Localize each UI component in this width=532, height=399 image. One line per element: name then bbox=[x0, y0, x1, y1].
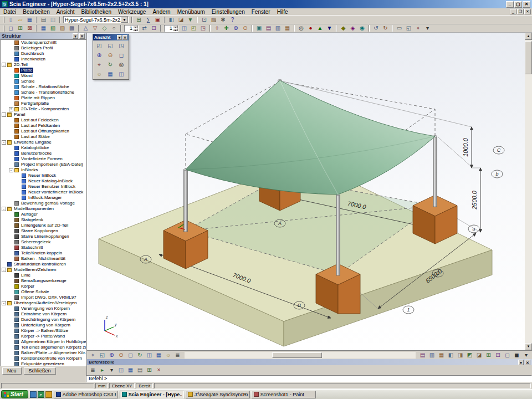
tree-item[interactable]: Benutzerblöcke bbox=[1, 151, 86, 156]
menu-item[interactable]: Fenster bbox=[248, 8, 274, 16]
toolbar-icon[interactable]: ▦ bbox=[39, 24, 48, 32]
tree-item[interactable]: Starre Linienkopplungen bbox=[1, 234, 86, 239]
menu-item[interactable]: Einstellungen bbox=[208, 8, 248, 16]
print-preview-icon[interactable]: ◫ bbox=[48, 16, 58, 24]
minus-box-icon[interactable]: ⊟ bbox=[493, 351, 503, 359]
toolbar-icon[interactable]: ▲ bbox=[315, 24, 325, 32]
toolbar-icon[interactable]: ⊠ bbox=[25, 24, 34, 32]
filter-icon[interactable]: ▼ bbox=[186, 16, 195, 24]
tree-item[interactable]: Import DWG, DXF, VRML97 bbox=[1, 295, 86, 300]
tree-item[interactable]: Schale - Rotationsfläche bbox=[1, 84, 86, 90]
tree-item[interactable]: -Modellieren/Zeichnen bbox=[1, 267, 86, 273]
view-axo-icon[interactable]: ◳ bbox=[116, 41, 127, 50]
zoom-window-icon[interactable]: ◻ bbox=[116, 50, 127, 60]
ansicht-palette[interactable]: Ansicht ▾ ✕ ◰◱◳⊕⊖◻⌖↻◎☼▦◫ bbox=[93, 34, 129, 80]
taskbar-task[interactable]: J:\Seagate Sync\SyncRe... bbox=[186, 391, 250, 398]
tree-item[interactable]: Auflager bbox=[1, 212, 86, 217]
cmd-list-icon[interactable]: ≣ bbox=[88, 366, 98, 374]
layer-stepper[interactable]: 1▲▼ bbox=[164, 25, 178, 32]
save-icon[interactable]: ▦ bbox=[25, 16, 34, 24]
quicklaunch-desktop-icon[interactable] bbox=[30, 391, 37, 398]
tree-item[interactable]: Bemaßungswerkzeuge bbox=[1, 278, 86, 284]
calculator-icon[interactable]: ⊞ bbox=[134, 16, 144, 24]
toolbar-icon[interactable]: ◻ bbox=[6, 24, 16, 32]
tree-item[interactable]: -Übertragen/Aufteilen/Vereinigen bbox=[1, 300, 86, 306]
tree-item[interactable]: +2D-Teile - Komponenten bbox=[1, 106, 86, 112]
toolbar-icon[interactable]: ⊞ bbox=[16, 24, 25, 32]
cmd-dock-icon[interactable]: ▾ bbox=[518, 360, 524, 365]
toolbar-icon[interactable]: ◉ bbox=[357, 24, 367, 32]
corner2-icon[interactable]: ◪ bbox=[474, 351, 484, 359]
palette-dock-icon[interactable]: ▾ bbox=[117, 35, 122, 40]
menu-item[interactable]: Ändern bbox=[149, 8, 173, 16]
toolbar-icon[interactable]: △ bbox=[81, 24, 90, 32]
tree-item[interactable]: Offene Schale bbox=[1, 289, 86, 295]
mdi-close-button[interactable]: ✕ bbox=[524, 9, 531, 14]
render-mode-icon[interactable]: ▨ bbox=[209, 16, 218, 24]
command-input[interactable]: Befehl > bbox=[86, 375, 532, 382]
tree-item[interactable]: Teile/Knoten koppeln bbox=[1, 250, 86, 256]
viewport-3d[interactable]: 7000.0 7000.0 6500.0 2500.0 1000.0 bbox=[87, 33, 532, 359]
tree-item[interactable]: Balken - Nichtlinearität bbox=[1, 256, 86, 262]
tree-item[interactable]: Projekt importieren (ESA-Datei) bbox=[1, 162, 86, 167]
tree-item[interactable]: Durchbruch bbox=[1, 51, 86, 57]
close-button[interactable]: ✕ bbox=[523, 1, 530, 8]
half2-icon[interactable]: ◨ bbox=[456, 351, 465, 359]
maximize-button[interactable]: ▢ bbox=[514, 1, 522, 8]
post-right[interactable] bbox=[433, 136, 437, 207]
toolbar-icon[interactable]: ↺ bbox=[371, 24, 381, 32]
ucs-icon[interactable]: ◱ bbox=[98, 351, 107, 359]
toolbar-grip[interactable] bbox=[3, 17, 4, 23]
tree-item[interactable]: -Modellkomponenten bbox=[1, 206, 86, 212]
library-icon[interactable]: ▣ bbox=[153, 16, 162, 24]
new-icon[interactable]: ▯ bbox=[6, 16, 16, 24]
zoom-minus-icon[interactable]: ⊖ bbox=[116, 351, 126, 359]
tree-item[interactable]: Neuer InBlock bbox=[1, 173, 86, 178]
tree-expander[interactable]: - bbox=[2, 268, 6, 272]
tree-item[interactable]: Fertigteilplatte bbox=[1, 101, 86, 106]
menu-item[interactable]: Menübaum bbox=[174, 8, 208, 16]
tree-item[interactable]: Platte mit Rippen bbox=[1, 95, 86, 101]
toolbar-icon[interactable]: ✛ bbox=[212, 24, 222, 32]
zoom-selection-icon[interactable]: ⌖ bbox=[94, 60, 105, 69]
tree-item[interactable]: Eckpunkte generieren bbox=[1, 361, 86, 366]
tree-item[interactable]: -Erweiterte Eingabe bbox=[1, 140, 86, 145]
scroll-down-icon[interactable]: ▼ bbox=[525, 343, 532, 350]
palette-close-icon[interactable]: ✕ bbox=[122, 35, 127, 40]
tree-item[interactable]: Unterteilung von Körpern bbox=[1, 323, 86, 328]
neu-button[interactable]: Neu bbox=[2, 367, 22, 375]
scene-3d[interactable]: 7000.0 7000.0 6500.0 2500.0 1000.0 bbox=[87, 33, 525, 350]
rotate-icon[interactable]: ↻ bbox=[135, 351, 145, 359]
toolbar-icon[interactable]: ▦ bbox=[283, 24, 292, 32]
toolbar-icon[interactable]: ▩ bbox=[67, 24, 76, 32]
toolbar-icon[interactable]: ⊕ bbox=[231, 24, 241, 32]
toolbar-icon[interactable]: ◰ bbox=[189, 24, 198, 32]
open-icon[interactable]: ▱ bbox=[16, 16, 25, 24]
toolbar-icon[interactable]: ▾ bbox=[423, 24, 432, 32]
tree-item[interactable]: Linie bbox=[1, 273, 86, 278]
activity-icon[interactable]: ◪ bbox=[176, 16, 186, 24]
layer3-icon[interactable]: ▦ bbox=[437, 351, 446, 359]
sun-icon[interactable]: ☼ bbox=[163, 351, 173, 359]
tree-item[interactable]: Voutenquerschnitt bbox=[1, 40, 86, 45]
tree-item[interactable]: Beliebiges Profil bbox=[1, 45, 86, 51]
zoom-all-icon[interactable]: ⊡ bbox=[200, 16, 209, 24]
tree-item[interactable]: Last auf Feldkanten bbox=[1, 123, 86, 129]
stepper-down-icon[interactable]: ▼ bbox=[133, 28, 138, 31]
layers-icon[interactable]: ◧ bbox=[167, 16, 176, 24]
tree-item[interactable]: Teil eines allgemeinen Körpers zu bbox=[1, 345, 86, 350]
tree-item[interactable]: -InBlocks bbox=[1, 167, 86, 173]
toolbar-icon[interactable]: ⊟ bbox=[149, 24, 158, 32]
tree-item[interactable]: Liniengelenk auf 2D-Teil bbox=[1, 223, 86, 228]
tree-item[interactable]: Schale bbox=[1, 79, 86, 84]
tree-item[interactable]: Bewehrung gemäß Vorlage bbox=[1, 201, 86, 206]
tree-item[interactable]: Neuer Benutzer-InBlock bbox=[1, 184, 86, 190]
minimize-button[interactable]: _ bbox=[506, 1, 514, 8]
tree-item[interactable]: Last auf Feldecken bbox=[1, 117, 86, 123]
list-icon[interactable]: ≣ bbox=[173, 351, 182, 359]
toolbar-icon[interactable]: ○ bbox=[109, 24, 119, 32]
tree-item[interactable]: Wand bbox=[1, 73, 86, 79]
post-left[interactable] bbox=[184, 170, 188, 232]
tree-item[interactable]: Strukturdaten kontrollieren bbox=[1, 262, 86, 267]
help-icon[interactable]: ? bbox=[228, 16, 237, 24]
